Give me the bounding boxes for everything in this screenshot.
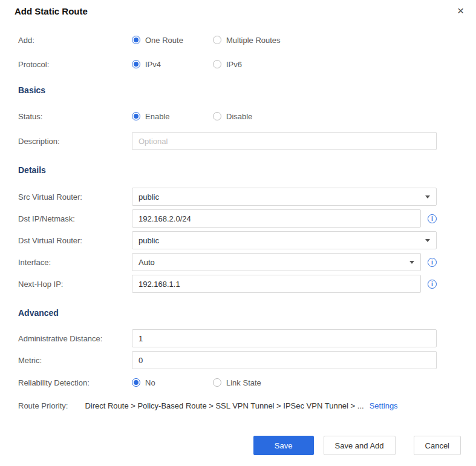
row-protocol: Protocol: IPv4 IPv6 [18,58,476,70]
radio-option-enable[interactable]: Enable [132,112,213,121]
row-dst-ip-netmask: Dst IP/Netmask: i [18,209,476,228]
radio-option-ipv6[interactable]: IPv6 [213,60,242,69]
enable-label: Enable [145,112,169,121]
disable-label: Disable [226,112,252,121]
radio-option-disable[interactable]: Disable [213,112,252,121]
info-icon[interactable]: i [428,258,437,267]
radio-option-one-route[interactable]: One Route [132,36,213,45]
next-hop-ip-label: Next-Hop IP: [18,280,132,289]
row-reliability-detection: Reliability Detection: No Link State [18,376,476,389]
description-input[interactable] [132,132,437,150]
dialog-header: Add Static Route × [0,0,476,18]
chevron-down-icon [425,239,430,242]
status-label: Status: [18,112,132,121]
info-icon[interactable]: i [428,214,437,223]
administrative-distance-input[interactable] [132,329,437,347]
reliability-detection-label: Reliability Detection: [18,378,132,387]
section-heading-details: Details [18,165,476,176]
route-priority-label: Route Priority: [18,401,68,410]
dst-virtual-router-label: Dst Virtual Router: [18,236,132,245]
no-label: No [145,378,155,387]
src-virtual-router-value: public [139,192,159,202]
radio-unselected-icon [213,60,221,68]
dialog-title: Add Static Route [15,5,88,18]
radio-unselected-icon [213,378,221,387]
section-heading-advanced: Advanced [18,307,476,318]
route-priority-text: Direct Route > Policy-Based Route > SSL … [85,401,364,410]
radio-option-ipv4[interactable]: IPv4 [132,60,213,69]
row-status: Status: Enable Disable [18,110,476,122]
dst-virtual-router-select[interactable]: public [132,231,437,249]
ipv4-label: IPv4 [145,60,161,69]
reliability-radio-group: No Link State [132,378,261,387]
protocol-label: Protocol: [18,60,132,69]
row-route-priority: Route Priority: Direct Route > Policy-Ba… [18,399,476,412]
src-virtual-router-label: Src Virtual Router: [18,192,132,202]
row-administrative-distance: Administrative Distance: [18,329,476,347]
metric-input[interactable] [132,351,437,369]
save-and-add-button[interactable]: Save and Add [324,436,396,455]
next-hop-ip-input[interactable] [132,275,421,293]
row-description: Description: [18,132,476,150]
cancel-button[interactable]: Cancel [414,436,461,455]
dst-virtual-router-value: public [139,236,159,245]
dst-ip-netmask-label: Dst IP/Netmask: [18,214,132,223]
settings-link[interactable]: Settings [370,401,398,410]
radio-option-no[interactable]: No [132,378,213,387]
dialog-footer: Save Save and Add Cancel [18,436,476,455]
description-label: Description: [18,137,132,146]
radio-selected-icon [132,112,140,120]
radio-selected-icon [132,378,140,387]
row-metric: Metric: [18,351,476,369]
close-icon[interactable]: × [456,5,465,16]
radio-option-link-state[interactable]: Link State [213,378,261,387]
src-virtual-router-select[interactable]: public [132,188,437,206]
multiple-routes-label: Multiple Routes [226,36,281,45]
metric-label: Metric: [18,356,132,365]
row-dst-virtual-router: Dst Virtual Router: public [18,231,476,249]
dst-ip-netmask-input[interactable] [132,209,421,228]
link-state-label: Link State [226,378,261,387]
add-radio-group: One Route Multiple Routes [132,36,281,45]
radio-option-multiple-routes[interactable]: Multiple Routes [213,36,281,45]
interface-value: Auto [139,258,155,267]
static-route-form: Add: One Route Multiple Routes Protocol:… [0,18,476,455]
save-button[interactable]: Save [253,436,314,455]
radio-unselected-icon [213,36,221,44]
row-next-hop-ip: Next-Hop IP: i [18,275,476,293]
radio-unselected-icon [213,112,221,120]
chevron-down-icon [409,261,414,264]
interface-select[interactable]: Auto [132,253,421,271]
row-interface: Interface: Auto i [18,253,476,271]
add-label: Add: [18,36,132,45]
radio-selected-icon [132,36,140,44]
radio-selected-icon [132,60,140,68]
ipv6-label: IPv6 [226,60,242,69]
one-route-label: One Route [145,36,183,45]
add-static-route-dialog: Add Static Route × Add: One Route Multip… [0,0,476,466]
chevron-down-icon [425,195,430,199]
status-radio-group: Enable Disable [132,112,252,121]
row-add: Add: One Route Multiple Routes [18,34,476,46]
protocol-radio-group: IPv4 IPv6 [132,60,242,69]
info-icon[interactable]: i [428,280,437,289]
interface-label: Interface: [18,258,132,267]
administrative-distance-label: Administrative Distance: [18,334,132,343]
row-src-virtual-router: Src Virtual Router: public [18,188,476,206]
section-heading-basics: Basics [18,85,476,96]
